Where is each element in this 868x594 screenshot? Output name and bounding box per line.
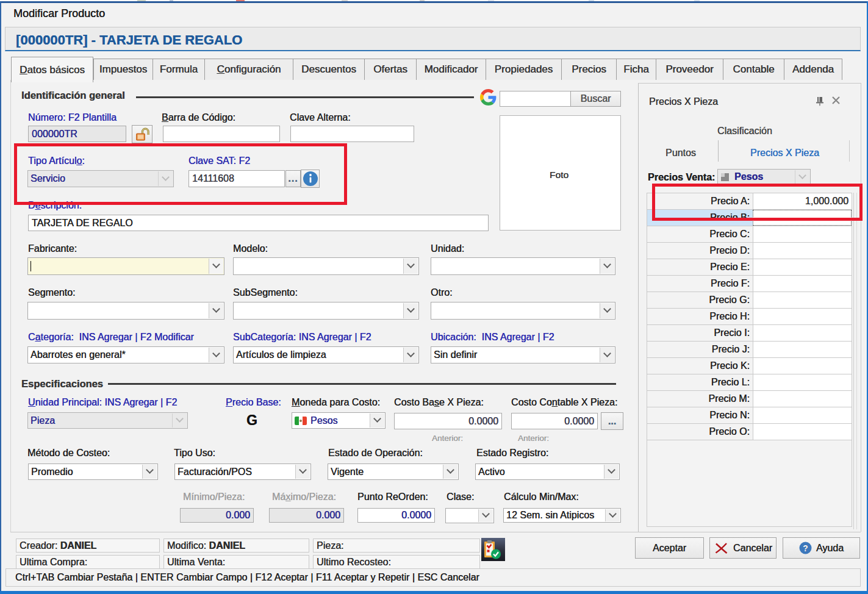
svg-text:?: ?	[803, 543, 808, 553]
